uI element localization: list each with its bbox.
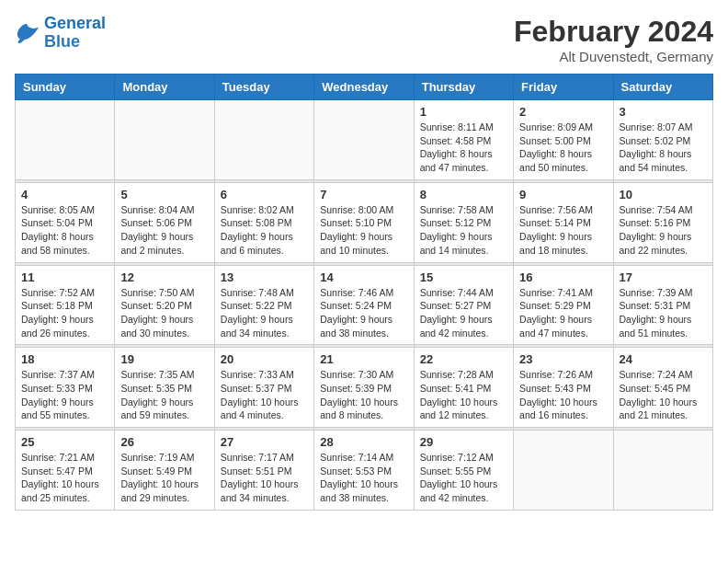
day-info: Sunrise: 7:41 AM Sunset: 5:29 PM Dayligh… xyxy=(519,286,607,340)
day-number: 18 xyxy=(21,352,108,366)
calendar-cell: 6Sunrise: 8:02 AM Sunset: 5:08 PM Daylig… xyxy=(214,182,313,262)
day-info: Sunrise: 7:24 AM Sunset: 5:45 PM Dayligh… xyxy=(620,368,707,422)
day-info: Sunrise: 7:19 AM Sunset: 5:49 PM Dayligh… xyxy=(120,451,208,505)
calendar-cell: 9Sunrise: 7:56 AM Sunset: 5:14 PM Daylig… xyxy=(514,182,613,262)
calendar-cell: 24Sunrise: 7:24 AM Sunset: 5:45 PM Dayli… xyxy=(613,348,712,428)
day-number: 6 xyxy=(221,188,308,201)
calendar-cell: 14Sunrise: 7:46 AM Sunset: 5:24 PM Dayli… xyxy=(314,265,414,345)
weekday-header-sunday: Sunday xyxy=(16,75,115,100)
day-number: 4 xyxy=(21,188,108,201)
calendar-cell xyxy=(514,431,613,511)
month-title: February 2024 xyxy=(514,15,713,49)
calendar-cell xyxy=(214,100,313,180)
calendar-cell: 3Sunrise: 8:07 AM Sunset: 5:02 PM Daylig… xyxy=(613,100,712,180)
weekday-header-row: SundayMondayTuesdayWednesdayThursdayFrid… xyxy=(16,75,713,100)
calendar-week-row: 11Sunrise: 7:52 AM Sunset: 5:18 PM Dayli… xyxy=(16,265,713,345)
calendar-cell xyxy=(16,100,115,180)
calendar-week-row: 1Sunrise: 8:11 AM Sunset: 4:58 PM Daylig… xyxy=(16,100,713,180)
calendar-cell: 13Sunrise: 7:48 AM Sunset: 5:22 PM Dayli… xyxy=(214,265,313,345)
calendar-cell: 28Sunrise: 7:14 AM Sunset: 5:53 PM Dayli… xyxy=(314,431,414,511)
day-number: 28 xyxy=(320,435,407,449)
logo-icon xyxy=(15,22,40,44)
day-number: 8 xyxy=(420,188,507,201)
calendar-cell: 8Sunrise: 7:58 AM Sunset: 5:12 PM Daylig… xyxy=(414,182,513,262)
day-number: 22 xyxy=(420,352,507,366)
calendar-week-row: 25Sunrise: 7:21 AM Sunset: 5:47 PM Dayli… xyxy=(16,431,713,511)
day-number: 3 xyxy=(620,105,707,119)
day-info: Sunrise: 7:52 AM Sunset: 5:18 PM Dayligh… xyxy=(21,286,108,340)
calendar-cell: 19Sunrise: 7:35 AM Sunset: 5:35 PM Dayli… xyxy=(115,348,214,428)
day-info: Sunrise: 7:46 AM Sunset: 5:24 PM Dayligh… xyxy=(320,286,407,340)
day-number: 11 xyxy=(21,270,108,284)
calendar-cell: 16Sunrise: 7:41 AM Sunset: 5:29 PM Dayli… xyxy=(514,265,613,345)
weekday-header-monday: Monday xyxy=(115,75,214,100)
calendar-cell: 4Sunrise: 8:05 AM Sunset: 5:04 PM Daylig… xyxy=(16,182,115,262)
day-info: Sunrise: 8:00 AM Sunset: 5:10 PM Dayligh… xyxy=(320,203,407,258)
day-number: 12 xyxy=(120,270,208,284)
weekday-header-wednesday: Wednesday xyxy=(314,75,414,100)
weekday-header-saturday: Saturday xyxy=(613,75,712,100)
day-number: 7 xyxy=(320,188,407,201)
calendar-cell: 25Sunrise: 7:21 AM Sunset: 5:47 PM Dayli… xyxy=(16,431,115,511)
calendar-cell: 23Sunrise: 7:26 AM Sunset: 5:43 PM Dayli… xyxy=(514,348,613,428)
calendar-cell: 12Sunrise: 7:50 AM Sunset: 5:20 PM Dayli… xyxy=(115,265,214,345)
day-number: 21 xyxy=(320,352,407,366)
calendar-cell: 17Sunrise: 7:39 AM Sunset: 5:31 PM Dayli… xyxy=(613,265,712,345)
day-number: 9 xyxy=(519,188,607,201)
logo: GeneralBlue xyxy=(15,15,106,52)
day-number: 1 xyxy=(420,105,507,119)
day-number: 10 xyxy=(620,188,707,201)
day-number: 20 xyxy=(221,352,308,366)
calendar-cell: 2Sunrise: 8:09 AM Sunset: 5:00 PM Daylig… xyxy=(514,100,613,180)
day-number: 17 xyxy=(620,270,707,284)
calendar-cell: 11Sunrise: 7:52 AM Sunset: 5:18 PM Dayli… xyxy=(16,265,115,345)
day-info: Sunrise: 7:39 AM Sunset: 5:31 PM Dayligh… xyxy=(620,286,707,340)
calendar-cell: 18Sunrise: 7:37 AM Sunset: 5:33 PM Dayli… xyxy=(16,348,115,428)
calendar-cell: 26Sunrise: 7:19 AM Sunset: 5:49 PM Dayli… xyxy=(115,431,214,511)
calendar-cell xyxy=(115,100,214,180)
calendar-cell: 21Sunrise: 7:30 AM Sunset: 5:39 PM Dayli… xyxy=(314,348,414,428)
calendar-week-row: 4Sunrise: 8:05 AM Sunset: 5:04 PM Daylig… xyxy=(16,182,713,262)
day-info: Sunrise: 7:54 AM Sunset: 5:16 PM Dayligh… xyxy=(620,203,707,258)
day-number: 26 xyxy=(120,435,208,449)
calendar-cell: 7Sunrise: 8:00 AM Sunset: 5:10 PM Daylig… xyxy=(314,182,414,262)
title-section: February 2024 Alt Duvenstedt, Germany xyxy=(514,15,713,64)
calendar-cell: 27Sunrise: 7:17 AM Sunset: 5:51 PM Dayli… xyxy=(214,431,313,511)
day-info: Sunrise: 7:33 AM Sunset: 5:37 PM Dayligh… xyxy=(221,368,308,422)
day-number: 14 xyxy=(320,270,407,284)
day-info: Sunrise: 7:58 AM Sunset: 5:12 PM Dayligh… xyxy=(420,203,507,258)
calendar-cell xyxy=(613,431,712,511)
day-number: 19 xyxy=(120,352,208,366)
day-info: Sunrise: 8:05 AM Sunset: 5:04 PM Dayligh… xyxy=(21,203,108,258)
day-info: Sunrise: 7:26 AM Sunset: 5:43 PM Dayligh… xyxy=(519,368,607,422)
calendar-week-row: 18Sunrise: 7:37 AM Sunset: 5:33 PM Dayli… xyxy=(16,348,713,428)
day-info: Sunrise: 8:02 AM Sunset: 5:08 PM Dayligh… xyxy=(221,203,308,258)
day-info: Sunrise: 7:48 AM Sunset: 5:22 PM Dayligh… xyxy=(221,286,308,340)
day-info: Sunrise: 7:35 AM Sunset: 5:35 PM Dayligh… xyxy=(120,368,208,422)
day-info: Sunrise: 7:14 AM Sunset: 5:53 PM Dayligh… xyxy=(320,451,407,505)
day-info: Sunrise: 7:37 AM Sunset: 5:33 PM Dayligh… xyxy=(21,368,108,422)
day-number: 27 xyxy=(221,435,308,449)
header: GeneralBlue February 2024 Alt Duvenstedt… xyxy=(15,15,713,64)
calendar-cell: 29Sunrise: 7:12 AM Sunset: 5:55 PM Dayli… xyxy=(414,431,513,511)
day-info: Sunrise: 7:17 AM Sunset: 5:51 PM Dayligh… xyxy=(221,451,308,505)
day-info: Sunrise: 8:11 AM Sunset: 4:58 PM Dayligh… xyxy=(420,121,507,175)
calendar-cell: 1Sunrise: 8:11 AM Sunset: 4:58 PM Daylig… xyxy=(414,100,513,180)
day-info: Sunrise: 7:30 AM Sunset: 5:39 PM Dayligh… xyxy=(320,368,407,422)
day-number: 24 xyxy=(620,352,707,366)
day-info: Sunrise: 8:07 AM Sunset: 5:02 PM Dayligh… xyxy=(620,121,707,175)
day-info: Sunrise: 8:04 AM Sunset: 5:06 PM Dayligh… xyxy=(120,203,208,258)
day-number: 16 xyxy=(519,270,607,284)
day-info: Sunrise: 8:09 AM Sunset: 5:00 PM Dayligh… xyxy=(519,121,607,175)
day-number: 25 xyxy=(21,435,108,449)
calendar: SundayMondayTuesdayWednesdayThursdayFrid… xyxy=(15,74,713,511)
day-info: Sunrise: 7:44 AM Sunset: 5:27 PM Dayligh… xyxy=(420,286,507,340)
calendar-cell xyxy=(314,100,414,180)
day-number: 23 xyxy=(519,352,607,366)
day-number: 15 xyxy=(420,270,507,284)
calendar-cell: 15Sunrise: 7:44 AM Sunset: 5:27 PM Dayli… xyxy=(414,265,513,345)
weekday-header-tuesday: Tuesday xyxy=(214,75,313,100)
day-info: Sunrise: 7:50 AM Sunset: 5:20 PM Dayligh… xyxy=(120,286,208,340)
location-title: Alt Duvenstedt, Germany xyxy=(514,49,713,64)
weekday-header-friday: Friday xyxy=(514,75,613,100)
